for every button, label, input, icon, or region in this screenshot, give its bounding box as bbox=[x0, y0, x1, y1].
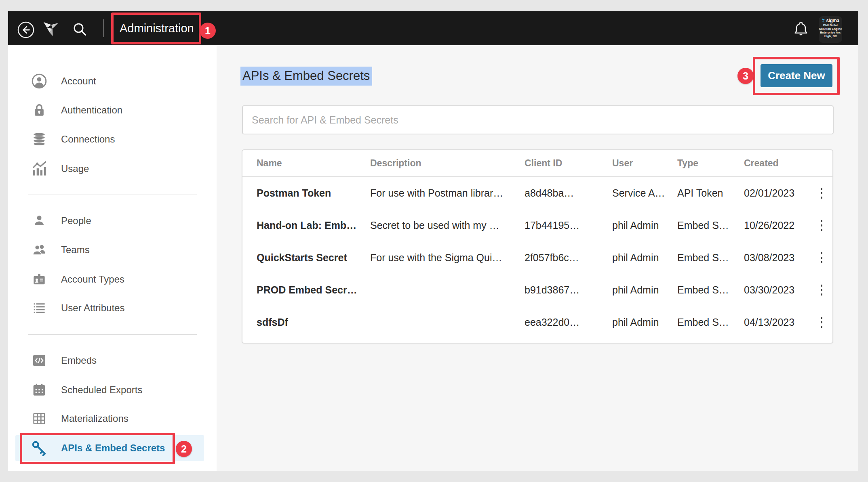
cell-type: Embed S… bbox=[677, 316, 744, 328]
usage-chart-icon bbox=[30, 160, 48, 178]
cell-description: Secret to be used with my … bbox=[370, 220, 525, 231]
cell-client-id: 17b44195… bbox=[525, 220, 612, 231]
column-header-type[interactable]: Type bbox=[677, 158, 744, 169]
topbar-divider bbox=[103, 19, 104, 37]
avatar-role: Solution Engine bbox=[819, 27, 842, 31]
cell-name: Postman Token bbox=[257, 187, 370, 199]
person-icon bbox=[30, 212, 48, 230]
back-button[interactable] bbox=[17, 21, 34, 38]
account-icon bbox=[30, 72, 48, 90]
id-badge-icon bbox=[30, 270, 48, 288]
cell-user: phil Admin bbox=[612, 220, 677, 231]
search-input[interactable] bbox=[242, 105, 834, 134]
sidebar-item-materializations[interactable]: Materializations bbox=[8, 407, 211, 430]
avatar-sigma-logo: sigma bbox=[822, 18, 839, 23]
sidebar-item-connections[interactable]: Connections bbox=[8, 128, 211, 151]
table-row[interactable]: PROD Embed Secr… b91d3867… phil Admin Em… bbox=[242, 274, 832, 306]
avatar-city: leigh, NC bbox=[824, 34, 837, 38]
cell-type: Embed S… bbox=[677, 220, 744, 231]
cell-type: API Token bbox=[677, 187, 744, 199]
row-menu-kebab-icon[interactable] bbox=[817, 314, 826, 331]
cell-description: For use with Postman librar… bbox=[370, 187, 525, 199]
sidebar-item-user-attributes[interactable]: User Attributes bbox=[8, 297, 211, 319]
lock-icon bbox=[30, 101, 48, 119]
cell-user: phil Admin bbox=[612, 316, 677, 328]
cell-type: Embed S… bbox=[677, 252, 744, 264]
cell-client-id: a8d48ba… bbox=[525, 187, 612, 199]
arrow-left-circle-icon bbox=[17, 21, 34, 38]
row-menu-kebab-icon[interactable] bbox=[817, 217, 826, 234]
sidebar-item-usage[interactable]: Usage bbox=[8, 157, 211, 180]
page-title: APIs & Embed Secrets bbox=[240, 69, 372, 83]
admin-sidebar: Account Authentication bbox=[8, 45, 217, 471]
table-row[interactable]: Hand-on Lab: Emb… Secret to be used with… bbox=[242, 209, 832, 241]
screenshot-frame: Administration 1 sigma Phil Ballai Solut… bbox=[0, 0, 868, 482]
sidebar-divider bbox=[28, 334, 197, 335]
annotation-badge-1: 1 bbox=[200, 23, 216, 39]
column-header-user[interactable]: User bbox=[612, 158, 677, 169]
cell-name: PROD Embed Secr… bbox=[257, 284, 370, 296]
avatar-name: Phil Ballai bbox=[823, 23, 838, 27]
table-row[interactable]: QuickStarts Secret For use with the Sigm… bbox=[242, 241, 832, 274]
sigma-mark-icon bbox=[822, 18, 825, 23]
database-icon bbox=[30, 130, 48, 148]
list-icon bbox=[30, 299, 48, 317]
cell-name: QuickStarts Secret bbox=[257, 252, 370, 264]
cell-created: 03/08/2023 bbox=[744, 252, 811, 264]
cell-type: Embed S… bbox=[677, 284, 744, 296]
create-new-button[interactable]: Create New bbox=[761, 64, 832, 87]
cell-created: 04/13/2023 bbox=[744, 316, 811, 328]
cell-client-id: 2f057fb6c… bbox=[525, 252, 612, 264]
secrets-table: Name Description Client ID User Type Cre… bbox=[242, 149, 833, 344]
top-bar: Administration 1 sigma Phil Ballai Solut… bbox=[8, 11, 858, 45]
sidebar-item-authentication[interactable]: Authentication bbox=[8, 99, 211, 122]
row-menu-kebab-icon[interactable] bbox=[817, 184, 826, 202]
avatar-org: Enterprise Arc bbox=[820, 31, 841, 34]
cell-client-id: b91d3867… bbox=[525, 284, 612, 296]
annotation-box-1: Administration bbox=[111, 13, 201, 44]
table-row[interactable]: Postman Token For use with Postman libra… bbox=[242, 177, 832, 209]
main-content: APIs & Embed Secrets Create New 3 Name D… bbox=[217, 45, 858, 471]
cell-name: sdfsDf bbox=[257, 316, 370, 328]
cell-user: phil Admin bbox=[612, 284, 677, 296]
cell-name: Hand-on Lab: Emb… bbox=[257, 220, 370, 231]
cell-description: For use with the Sigma Qui… bbox=[370, 252, 525, 264]
cell-created: 02/01/2023 bbox=[744, 187, 811, 199]
cell-created: 10/26/2022 bbox=[744, 220, 811, 231]
sidebar-divider bbox=[28, 195, 197, 195]
table-header-row: Name Description Client ID User Type Cre… bbox=[242, 150, 832, 177]
column-header-description[interactable]: Description bbox=[370, 158, 525, 169]
column-header-created[interactable]: Created bbox=[744, 158, 811, 169]
cell-user: phil Admin bbox=[612, 252, 677, 264]
column-header-name[interactable]: Name bbox=[257, 158, 370, 169]
table-grid-icon bbox=[30, 410, 48, 428]
user-avatar[interactable]: sigma Phil Ballai Solution Engine Enterp… bbox=[819, 16, 842, 43]
cell-client-id: eea322d0… bbox=[525, 316, 612, 328]
key-icon bbox=[30, 439, 48, 457]
sidebar-item-people[interactable]: People bbox=[8, 210, 211, 232]
page-title-highlighted-text: APIs & Embed Secrets bbox=[240, 67, 372, 86]
people-group-icon bbox=[30, 241, 48, 259]
cell-created: 03/30/2023 bbox=[744, 284, 811, 296]
row-menu-kebab-icon[interactable] bbox=[817, 249, 826, 266]
row-menu-kebab-icon[interactable] bbox=[817, 281, 826, 299]
sigma-logo-icon[interactable] bbox=[42, 19, 60, 38]
search-icon[interactable] bbox=[71, 21, 89, 38]
sidebar-item-embeds[interactable]: Embeds bbox=[8, 349, 211, 372]
table-row[interactable]: sdfsDf eea322d0… phil Admin Embed S… 04/… bbox=[242, 306, 832, 338]
column-header-client-id[interactable]: Client ID bbox=[525, 158, 612, 169]
sidebar-item-account-types[interactable]: Account Types bbox=[8, 268, 211, 291]
calendar-icon bbox=[30, 381, 48, 399]
annotation-badge-2: 2 bbox=[176, 441, 192, 457]
page-context-title: Administration bbox=[114, 22, 194, 35]
notifications-bell-icon[interactable] bbox=[793, 20, 809, 37]
sidebar-item-teams[interactable]: Teams bbox=[8, 239, 211, 261]
sidebar-item-scheduled-exports[interactable]: Scheduled Exports bbox=[8, 379, 211, 401]
code-embed-icon bbox=[30, 352, 48, 369]
annotation-badge-3: 3 bbox=[737, 68, 754, 84]
cell-user: Service A… bbox=[612, 187, 677, 199]
sidebar-item-account[interactable]: Account bbox=[8, 70, 211, 92]
